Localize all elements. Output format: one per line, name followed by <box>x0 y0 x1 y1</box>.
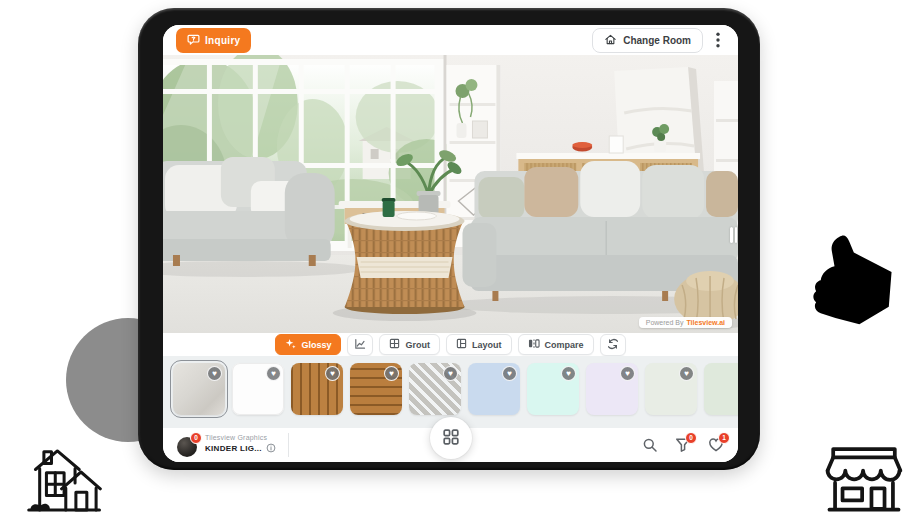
divider <box>288 433 289 457</box>
search-button[interactable] <box>641 437 658 454</box>
favorite-button[interactable]: ♥ <box>561 366 576 381</box>
search-icon <box>642 437 658 453</box>
reset-button[interactable] <box>600 334 626 356</box>
toolbar: Glossy Grout Layout <box>163 333 738 356</box>
storefront-icon <box>822 437 906 519</box>
bottom-bar: 0 Tilesview Graphics KINDER LIG... <box>163 428 738 462</box>
wishlist-button[interactable]: 1 <box>707 437 724 454</box>
home-icon <box>604 33 617 48</box>
info-icon[interactable] <box>266 443 276 456</box>
layout-button[interactable]: Layout <box>446 334 512 355</box>
change-room-label: Change Room <box>623 35 691 46</box>
tablet-frame: Inquiry Change Room <box>138 8 760 470</box>
chart-icon <box>354 338 366 352</box>
tile-swatch-pale-sage[interactable]: ♥ <box>645 363 697 415</box>
tile-swatch-pale-lavender[interactable]: ♥ <box>586 363 638 415</box>
glossy-button[interactable]: Glossy <box>275 334 341 355</box>
layout-label: Layout <box>472 340 502 350</box>
tile-swatch-pale-green[interactable]: ♥ <box>704 363 738 415</box>
watermark-brand: Tilesview.ai <box>686 319 725 326</box>
apps-grid-icon <box>443 429 459 448</box>
favorite-button[interactable]: ♥ <box>620 366 635 381</box>
selected-tile-name: KINDER LIG... <box>205 444 262 454</box>
change-room-button[interactable]: Change Room <box>592 28 703 53</box>
favorite-button[interactable]: ♥ <box>443 366 458 381</box>
glossy-label: Glossy <box>301 340 331 350</box>
favorite-button[interactable]: ♥ <box>679 366 694 381</box>
sparkle-icon <box>285 338 296 351</box>
compare-label: Compare <box>545 340 584 350</box>
favorite-button[interactable]: ♥ <box>502 366 517 381</box>
filter-button[interactable]: 0 <box>674 437 691 454</box>
hand-cursor-icon <box>806 228 898 336</box>
room-photo <box>163 55 738 333</box>
visualizer-chart-button[interactable] <box>347 334 373 356</box>
compare-icon <box>528 338 540 351</box>
more-options-button[interactable] <box>711 30 725 50</box>
favorite-button[interactable]: ♥ <box>325 366 340 381</box>
brand-logo[interactable]: 0 <box>177 434 199 456</box>
watermark: Powered By Tilesview.ai <box>639 317 732 328</box>
drag-handle[interactable] <box>730 227 737 243</box>
chat-icon <box>187 33 200 48</box>
house-icon <box>22 440 102 520</box>
favorite-button[interactable]: ♥ <box>384 366 399 381</box>
tile-swatch-grey-marble[interactable]: ♥ <box>173 363 225 415</box>
favorite-button[interactable]: ♥ <box>207 366 222 381</box>
app-screen: Inquiry Change Room <box>163 25 738 462</box>
tile-swatch-wood-vertical[interactable]: ♥ <box>291 363 343 415</box>
catalog-grid-button[interactable] <box>430 417 472 459</box>
tile-swatch-plain-white[interactable]: ♥ <box>232 363 284 415</box>
filter-badge: 0 <box>685 432 697 444</box>
refresh-icon <box>607 338 619 352</box>
top-bar: Inquiry Change Room <box>163 25 738 55</box>
company-name: Tilesview Graphics <box>205 434 276 443</box>
grout-label: Grout <box>405 340 430 350</box>
logo-badge: 0 <box>190 432 202 444</box>
layout-icon <box>456 338 467 351</box>
inquiry-button[interactable]: Inquiry <box>176 28 251 53</box>
tile-swatch-powder-blue[interactable]: ♥ <box>468 363 520 415</box>
room-visualizer-canvas[interactable]: Powered By Tilesview.ai <box>163 55 738 333</box>
tile-swatch-grey-texture[interactable]: ♥ <box>409 363 461 415</box>
grout-button[interactable]: Grout <box>379 334 440 355</box>
compare-button[interactable]: Compare <box>518 334 594 355</box>
watermark-prefix: Powered By <box>646 319 684 326</box>
favorite-button[interactable]: ♥ <box>266 366 281 381</box>
inquiry-label: Inquiry <box>205 35 240 46</box>
grout-grid-icon <box>389 338 400 351</box>
tile-swatch-wood-horizontal[interactable]: ♥ <box>350 363 402 415</box>
kebab-icon <box>716 32 720 48</box>
tile-swatch-mint-cyan[interactable]: ♥ <box>527 363 579 415</box>
wishlist-badge: 1 <box>718 432 730 444</box>
